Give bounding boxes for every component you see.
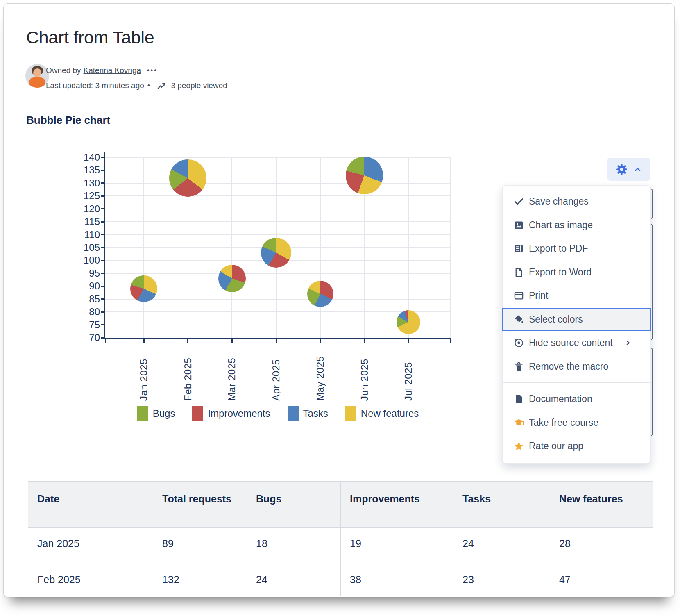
- column-header-bugs: Bugs: [247, 482, 341, 528]
- column-header-improvements: Improvements: [341, 482, 453, 528]
- menu-item-label: Hide source content: [529, 337, 613, 348]
- cell-bugs: 18: [247, 528, 341, 564]
- byline: Owned by Katerina Kovriga ••• Last updat…: [46, 65, 227, 95]
- new-features-swatch: [345, 406, 356, 421]
- cell-total: 132: [153, 564, 247, 597]
- cell-tasks: 24: [453, 528, 550, 564]
- owner-link[interactable]: Katerina Kovriga: [84, 66, 141, 75]
- legend-label: Improvements: [208, 408, 270, 419]
- chevron-right-icon: [624, 339, 632, 347]
- owned-by-label: Owned by: [46, 66, 81, 75]
- menu-item-export-to-pdf[interactable]: Export to PDF: [503, 237, 650, 261]
- chevron-up-icon: [633, 165, 642, 174]
- source-table-wrap: Date Total requests Bugs Improvements Ta…: [28, 481, 654, 596]
- legend-label: Bugs: [153, 408, 175, 419]
- menu-item-label: Documentation: [529, 393, 592, 405]
- avatar-face: [33, 68, 41, 77]
- legend-item-tasks: Tasks: [288, 406, 328, 421]
- cell-date: Feb 2025: [28, 564, 153, 597]
- menu-item-hide-source-content[interactable]: Hide source content: [503, 331, 650, 355]
- document-icon: [513, 393, 524, 405]
- cell-new-features: 28: [550, 528, 653, 564]
- star-icon: [513, 441, 524, 452]
- paint-bucket-icon: [513, 314, 524, 325]
- menu-item-label: Remove the macro: [529, 361, 608, 372]
- macro-settings-button[interactable]: [607, 158, 650, 181]
- menu-item-label: Take free course: [529, 417, 598, 428]
- table-header-row: Date Total requests Bugs Improvements Ta…: [28, 482, 653, 528]
- tasks-swatch: [288, 406, 299, 421]
- menu-item-label: Rate our app: [529, 441, 583, 452]
- page-title: Chart from Table: [26, 27, 154, 48]
- menu-divider: [503, 382, 650, 383]
- byline-meta-row: Last updated: 3 minutes ago • 3 people v…: [46, 80, 227, 91]
- menu-item-take-free-course[interactable]: Take free course: [503, 411, 650, 435]
- image-icon: [513, 220, 524, 231]
- print-icon: [513, 290, 524, 301]
- legend-item-new-features: New features: [345, 406, 419, 421]
- cell-bugs: 24: [247, 564, 341, 597]
- menu-item-print[interactable]: Print: [503, 284, 650, 308]
- source-table: Date Total requests Bugs Improvements Ta…: [28, 481, 653, 596]
- last-updated-label: Last updated: 3 minutes ago: [46, 81, 144, 90]
- byline-owner-row: Owned by Katerina Kovriga •••: [46, 65, 227, 76]
- column-header-date: Date: [28, 482, 153, 528]
- cell-total: 89: [153, 528, 247, 564]
- trash-icon: [513, 361, 524, 372]
- macro-settings-menu: Save changes Chart as image Export to PD…: [502, 185, 651, 464]
- trend-chart-icon: [156, 80, 167, 91]
- menu-item-label: Chart as image: [529, 220, 593, 231]
- chart-legend: Bugs Improvements Tasks New features: [105, 406, 451, 421]
- menu-item-select-colors[interactable]: Select colors: [502, 308, 651, 332]
- bubble-pie-apr-2025[interactable]: [261, 238, 291, 268]
- bubble-pie-jun-2025[interactable]: [346, 157, 383, 194]
- table-row: Jan 2025 89 18 19 24 28: [28, 528, 653, 564]
- improvements-swatch: [192, 406, 203, 421]
- bubble-pie-jan-2025[interactable]: [130, 275, 157, 302]
- menu-item-label: Select colors: [529, 314, 583, 325]
- bubble-pie-mar-2025[interactable]: [218, 265, 246, 293]
- cell-improvements: 19: [341, 528, 453, 564]
- avatar-shirt: [29, 77, 45, 88]
- bubble-pie-jul-2025[interactable]: [397, 310, 420, 334]
- menu-item-rate-our-app[interactable]: Rate our app: [503, 434, 650, 458]
- column-header-total-requests: Total requests: [153, 482, 247, 528]
- menu-item-chart-as-image[interactable]: Chart as image: [503, 214, 650, 237]
- separator-dot: •: [147, 81, 150, 90]
- legend-item-bugs: Bugs: [137, 406, 175, 421]
- legend-item-improvements: Improvements: [192, 406, 270, 421]
- legend-label: Tasks: [303, 408, 328, 419]
- gear-icon: [615, 163, 628, 176]
- menu-item-label: Export to Word: [529, 267, 592, 278]
- menu-item-label: Export to PDF: [529, 243, 588, 254]
- legend-label: New features: [361, 408, 419, 419]
- column-header-tasks: Tasks: [453, 482, 550, 528]
- cell-new-features: 47: [550, 564, 653, 597]
- check-icon: [513, 196, 524, 207]
- views-label: 3 people viewed: [171, 81, 227, 90]
- bugs-swatch: [137, 406, 148, 421]
- graduation-cap-icon: [513, 417, 524, 428]
- menu-item-remove-the-macro[interactable]: Remove the macro: [503, 355, 650, 379]
- more-actions-dots[interactable]: •••: [147, 67, 158, 74]
- eye-icon: [513, 337, 524, 348]
- cell-improvements: 38: [341, 564, 453, 597]
- column-header-new-features: New features: [550, 482, 653, 528]
- menu-item-export-to-word[interactable]: Export to Word: [503, 261, 650, 284]
- menu-item-save-changes[interactable]: Save changes: [503, 190, 650, 214]
- export-pdf-icon: [513, 243, 524, 254]
- chart-heading: Bubble Pie chart: [26, 114, 110, 127]
- menu-item-documentation[interactable]: Documentation: [503, 387, 650, 411]
- bubble-pie-may-2025[interactable]: [307, 281, 333, 307]
- menu-item-label: Print: [529, 290, 548, 301]
- export-word-icon: [513, 267, 524, 278]
- bubble-pie-feb-2025[interactable]: [169, 159, 206, 197]
- cell-date: Jan 2025: [28, 528, 153, 564]
- menu-item-label: Save changes: [529, 196, 589, 207]
- cell-tasks: 23: [453, 564, 550, 597]
- table-row: Feb 2025 132 24 38 23 47: [28, 564, 653, 597]
